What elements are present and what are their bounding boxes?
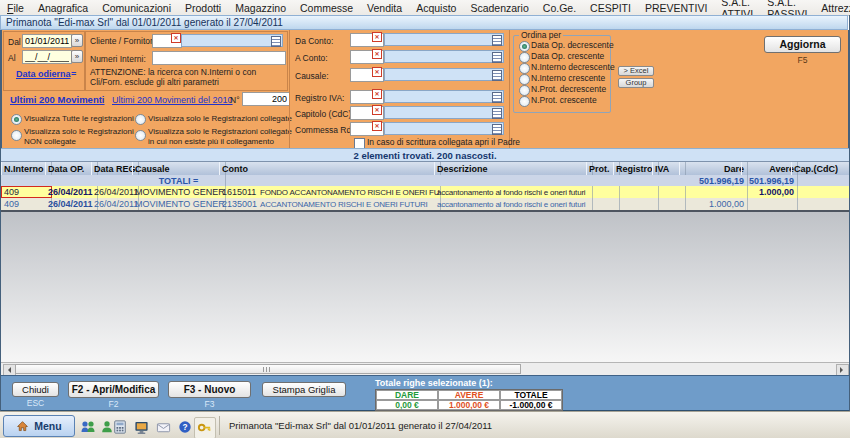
table-row[interactable]: 409 26/04/2011 26/04/2011 MOVIMENTO GENE… [1,198,849,210]
a-conto-lookup-icon[interactable] [492,52,502,63]
numeri-interni-input[interactable] [152,51,286,65]
da-conto-field[interactable] [384,33,504,46]
column-header-dare[interactable]: Dare [679,162,748,176]
mail-icon[interactable] [155,419,171,435]
equals-link[interactable]: = [71,69,76,79]
menu-item-anagrafica[interactable]: Anagrafica [31,2,95,14]
help-icon[interactable]: ? [177,419,193,435]
radio-dataop-crescente[interactable] [519,52,530,63]
cell-capcdc[interactable] [791,186,850,198]
group-button[interactable]: Group [618,78,654,88]
monitor-icon[interactable] [133,419,149,435]
data-odierna-link[interactable]: Data odierna [16,69,71,79]
column-header-capcdc[interactable]: Cap.(CdC) [791,162,850,176]
cliente-lookup-icon[interactable] [271,36,281,47]
registro-iva-lookup-icon[interactable] [492,92,502,103]
da-conto-lookup-icon[interactable] [492,35,502,46]
menu-item-acquisto[interactable]: Acquisto [409,2,463,14]
radio-non-collegate[interactable] [11,130,22,141]
menu-item-magazzino[interactable]: Magazzino [228,2,293,14]
apri-padre-label[interactable]: In caso di scrittura collegata apri il P… [367,138,520,148]
radio-dataop-crescente-label[interactable]: Data Op. crescente [531,52,604,62]
ultimi-200-link[interactable]: Ultimi 200 Movimenti [10,94,105,105]
clear-capitolo-cdc-icon[interactable]: ✕ [372,105,382,115]
menu-item-commesse[interactable]: Commesse [293,2,360,14]
clear-registro-iva-icon[interactable]: ✕ [372,89,382,99]
cell-causale[interactable]: MOVIMENTO GENERICO [132,186,226,198]
cell-dare[interactable] [679,186,748,198]
excel-button[interactable]: > Excel [618,66,654,76]
menu-item-vendita[interactable]: Vendita [360,2,409,14]
menu-item-attrezzature[interactable]: Attrezzature [814,2,850,14]
column-header-avere[interactable]: Avere [741,162,798,176]
stampa-griglia-button[interactable]: Stampa Griglia [262,382,346,397]
cell-avere[interactable]: 1.000,00 [741,186,798,198]
menu-item-prodotti[interactable]: Prodotti [178,2,228,14]
capitolo-cdc-lookup-icon[interactable] [492,108,502,119]
radio-ninterno-decrescente-label[interactable]: N.Interno decrescente [531,63,615,73]
al-date-picker-button[interactable]: » [71,50,83,63]
aggiorna-button[interactable]: Aggiorna [764,36,841,53]
menu-item-coge[interactable]: Co.Ge. [536,2,583,14]
radio-collegate-senza-padre-label[interactable]: Visualizza solo le Registrazioni collega… [148,127,300,146]
nuovo-button[interactable]: F3 - Nuovo [168,381,251,398]
radio-collegate-senza-padre[interactable] [135,130,146,141]
commessa-rdo-lookup-icon[interactable] [492,124,502,135]
cliente-name-field[interactable] [181,34,283,47]
clear-da-conto-icon[interactable]: ✕ [372,32,382,42]
radio-tutte-label[interactable]: Visualizza Tutte le registrazioni [24,114,134,124]
dal-date-picker-button[interactable]: » [71,34,83,47]
causale-lookup-icon[interactable] [492,70,502,81]
capitolo-cdc-field[interactable] [384,106,504,119]
radio-ninterno-decrescente[interactable] [519,63,530,74]
radio-ninterno-crescente[interactable] [519,74,530,85]
radio-solo-collegate-label[interactable]: Visualizza solo le Registrazioni collega… [148,114,292,124]
menu-item-cespiti[interactable]: CESPITI [583,2,638,14]
radio-nprot-decrescente[interactable] [519,85,530,96]
radio-nprot-crescente[interactable] [519,96,530,107]
radio-dataop-decrescente[interactable] [519,41,530,52]
radio-non-collegate-label[interactable]: Visualizza solo le Registrazioni NON col… [24,127,146,146]
clear-causale-icon[interactable]: ✕ [372,67,382,77]
column-header-descrizione[interactable]: Descrizione [434,162,593,176]
cell-descrizione[interactable]: accantonamento al fondo rischi e oneri f… [434,198,593,210]
cell-avere[interactable] [741,198,798,210]
cell-capcdc[interactable] [791,198,850,210]
menu-button[interactable]: Menu [3,415,75,437]
radio-nprot-decrescente-label[interactable]: N.Prot. decrescente [531,85,606,95]
registro-iva-field[interactable] [384,90,504,103]
a-conto-field[interactable] [384,50,504,63]
clear-cliente-icon[interactable]: ✕ [171,33,181,43]
horizontal-scrollbar[interactable] [1,362,849,375]
cell-dare[interactable]: 1.000,00 [679,198,748,210]
column-header-conto[interactable]: Conto [219,162,441,176]
radio-dataop-decrescente-label[interactable]: Data Op. decrescente [531,41,614,51]
radio-tutte-registrazioni[interactable] [11,114,22,125]
column-header-causale[interactable]: Causale [132,162,226,176]
chiudi-button[interactable]: Chiudi [12,382,59,397]
menu-item-scadenzario[interactable]: Scadenzario [463,2,535,14]
radio-nprot-crescente-label[interactable]: N.Prot. crescente [531,96,597,106]
commessa-rdo-field[interactable] [384,122,504,135]
scrollbar-thumb[interactable] [15,364,521,374]
clear-a-conto-icon[interactable]: ✕ [372,49,382,59]
menu-item-comunicazioni[interactable]: Comunicazioni [95,2,178,14]
menu-item-file[interactable]: File [0,2,31,14]
causale-field[interactable] [384,68,504,81]
al-date-input[interactable] [22,50,72,64]
apri-modifica-button[interactable]: F2 - Apri/Modifica [68,381,159,398]
dal-date-input[interactable] [22,34,72,48]
cell-conto[interactable]: 1615011 FONDO ACCANTONAMENTO RISCHI E ON… [219,186,441,198]
key-icon[interactable] [196,419,212,435]
cell-conto[interactable]: 2135001 ACCANTONAMENTO RISCHI E ONERI FU… [219,198,441,210]
cell-causale[interactable]: MOVIMENTO GENERICO [132,198,226,210]
users-icon[interactable] [80,419,96,435]
calculator-icon[interactable] [112,419,128,435]
radio-solo-collegate[interactable] [135,114,146,125]
cell-descrizione[interactable]: accantonamento al fondo rischi e oneri f… [434,186,593,198]
n-movimenti-input[interactable] [242,92,290,106]
clear-commessa-rdo-icon[interactable]: ✕ [372,121,382,131]
table-row-selected[interactable]: 409 26/04/2011 26/04/2011 MOVIMENTO GENE… [1,186,849,198]
menu-item-preventivi[interactable]: PREVENTIVI [638,2,714,14]
ultimi-200-2010-link[interactable]: Ultimi 200 Movimenti del 2010 [112,95,233,105]
